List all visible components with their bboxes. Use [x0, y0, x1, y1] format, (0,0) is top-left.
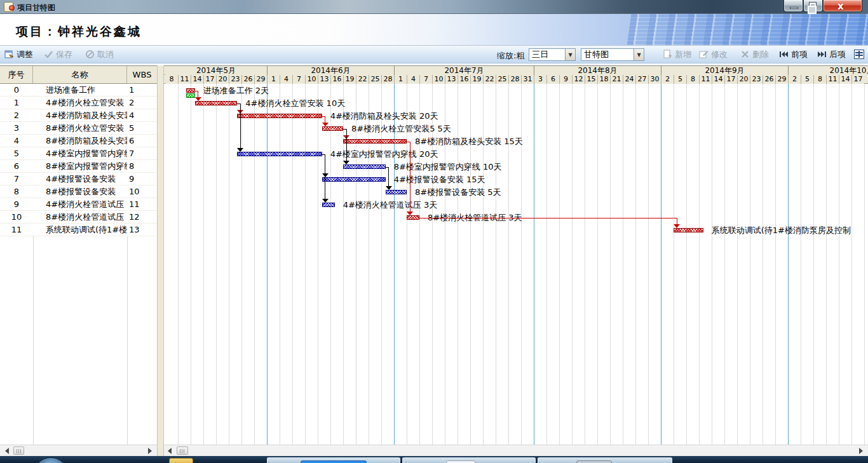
cell-seq: 7: [0, 173, 33, 185]
table-row[interactable]: 14#楼消火栓立管安装2: [0, 97, 157, 109]
next-button[interactable]: 后项: [815, 48, 848, 61]
day-header-cell: 11: [699, 75, 712, 84]
grid-line: [610, 84, 611, 445]
day-header-cell: 14: [712, 75, 724, 84]
prev-button[interactable]: 前项: [777, 48, 810, 61]
day-header-cell: 29: [775, 75, 788, 84]
scroll-left-arrow[interactable]: [168, 448, 172, 454]
table-row[interactable]: 68#楼室内报警管内穿线8: [0, 160, 157, 173]
grid-line: [712, 84, 712, 445]
close-button[interactable]: x: [823, 0, 862, 12]
zoom-scale-select[interactable]: 三日 ▼: [529, 48, 576, 61]
zoom-label: 缩放:粗: [497, 50, 524, 62]
cell-wbs: 8: [127, 160, 157, 172]
scroll-right-arrow[interactable]: [148, 448, 152, 454]
grid-view-icon[interactable]: [854, 50, 864, 59]
month-header: 2014年10月: [788, 66, 868, 75]
table-row[interactable]: 38#楼消火栓立管安装5: [0, 122, 157, 135]
day-header-cell: 23: [229, 75, 241, 84]
table-row[interactable]: 54#楼室内报警管内穿线7: [0, 147, 157, 160]
start-button[interactable]: [33, 457, 69, 463]
add-button: 新增: [661, 48, 693, 61]
grid-line: [330, 84, 331, 445]
cell-name: 4#楼消火栓管道试压: [33, 198, 127, 210]
day-header-cell: 6: [546, 75, 559, 84]
next-icon: [817, 50, 827, 59]
restore-button[interactable]: [803, 0, 823, 12]
month-header: 2014年9月: [661, 66, 788, 75]
cell-seq: 1: [0, 97, 33, 109]
edit-icon: [699, 50, 709, 59]
month-grid-line: [267, 84, 268, 445]
folder-icon[interactable]: [169, 458, 193, 463]
table-row[interactable]: 0进场准备工作1: [0, 84, 157, 97]
adjust-button[interactable]: 调整: [3, 48, 35, 61]
header-banner: 项目：钟祥光谷鑫城: [0, 14, 868, 46]
cell-wbs: 5: [127, 122, 157, 134]
dependency-line: [325, 154, 325, 199]
cell-wbs: 4: [127, 109, 157, 121]
add-label: 新增: [675, 49, 691, 60]
day-header-cell: 13: [445, 75, 458, 84]
chevron-down-icon[interactable]: ▼: [565, 49, 575, 60]
table-row[interactable]: 24#楼消防箱及栓头安装4: [0, 109, 157, 122]
grid-line: [813, 84, 814, 445]
taskbar-button[interactable]: [402, 457, 536, 463]
day-header-cell: 21: [610, 75, 623, 84]
day-header-cell: 14: [191, 75, 203, 84]
minimize-button[interactable]: [783, 0, 803, 12]
table-row[interactable]: 94#楼消火栓管道试压11: [0, 198, 157, 211]
gantt-bar-label: 进场准备工作 2天: [203, 86, 269, 95]
scroll-right-arrow[interactable]: [859, 448, 863, 454]
view-type-select[interactable]: 甘特图 ▼: [581, 48, 644, 61]
chart-hscrollbar[interactable]: [164, 445, 868, 456]
scroll-left-arrow[interactable]: [5, 448, 9, 454]
cell-name: 4#楼报警设备安装: [33, 173, 127, 185]
grid-line: [750, 84, 750, 445]
day-header-cell: 10: [432, 75, 445, 84]
chevron-down-icon[interactable]: ▼: [634, 49, 644, 60]
gantt-bar-row7[interactable]: [322, 177, 386, 182]
close-icon: x: [837, 1, 844, 12]
gantt-bar-row9[interactable]: [322, 203, 335, 207]
grid-line: [292, 84, 293, 445]
pane-splitter[interactable]: [157, 65, 164, 456]
dependency-arrow-icon: [674, 224, 680, 228]
gantt-bar-row0[interactable]: [186, 88, 194, 93]
task-table: 序号 名称 WBS 0进场准备工作114#楼消火栓立管安装224#楼消防箱及栓头…: [0, 65, 157, 445]
table-row[interactable]: 74#楼报警设备安装9: [0, 173, 157, 185]
gantt-bar-row5[interactable]: [237, 152, 322, 156]
table-row[interactable]: 88#楼报警设备安装10: [0, 185, 157, 198]
gantt-bar-label: 4#楼消防箱及栓头安装 20天: [330, 112, 438, 121]
table-row[interactable]: 108#楼消火栓管道试压12: [0, 211, 157, 224]
cell-wbs: 9: [127, 173, 157, 185]
modify-label: 修改: [711, 49, 728, 60]
gantt-bar-row11[interactable]: [674, 228, 703, 232]
scroll-thumb[interactable]: [13, 446, 24, 455]
day-header-cell: 1: [394, 75, 407, 84]
day-header-cell: 15: [585, 75, 597, 84]
gantt-bar-row2[interactable]: [237, 114, 322, 118]
app-window: 项目甘特图 x 项目：钟祥光谷鑫城 调整保存取消 缩放:粗 三日 ▼ 甘特图 ▼…: [0, 0, 868, 463]
taskbar-button[interactable]: [267, 457, 400, 463]
gantt-bar-row10[interactable]: [407, 215, 419, 220]
day-header-cell: 23: [750, 75, 763, 84]
day-header-cell: 19: [343, 75, 356, 84]
gantt-bar-row6[interactable]: [343, 164, 386, 169]
table-row[interactable]: 11系统联动调试(待1#楼消防泵房及控制13: [0, 224, 157, 236]
scroll-thumb[interactable]: [177, 446, 188, 455]
gantt-bar-row3[interactable]: [322, 126, 343, 131]
gantt-bar-row1[interactable]: [195, 101, 238, 105]
cell-seq: 2: [0, 109, 33, 121]
gantt-bar-label: 4#楼消火栓立管安装 10天: [245, 99, 345, 108]
gantt-bar-row8[interactable]: [386, 190, 407, 194]
dependency-line: [677, 218, 677, 225]
taskbar-button[interactable]: [538, 457, 672, 463]
gantt-bar-row4[interactable]: [343, 139, 407, 144]
grid-line: [241, 84, 242, 445]
month-header-row: 2014年5月2014年6月2014年7月2014年8月2014年9月2014年…: [164, 66, 868, 75]
col-header-seq: 序号: [0, 66, 33, 83]
month-header: 2014年8月: [534, 66, 661, 75]
table-row[interactable]: 48#楼消防箱及栓头安装6: [0, 135, 157, 147]
table-hscrollbar[interactable]: [0, 445, 157, 456]
